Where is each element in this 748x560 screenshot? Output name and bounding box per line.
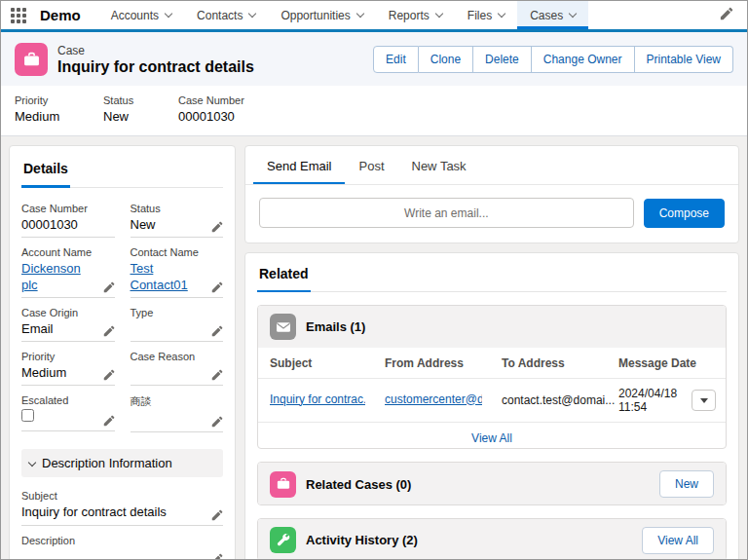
chevron-down-icon[interactable] xyxy=(165,10,172,18)
case-icon xyxy=(270,471,296,498)
field-subject: Subject Inquiry for contract details xyxy=(21,490,223,525)
nav-tab-opportunities[interactable]: Opportunities xyxy=(268,1,375,29)
related-tabstrip: Related xyxy=(257,265,727,292)
field-label: Type xyxy=(131,307,224,318)
view-all-button[interactable]: View All xyxy=(642,527,714,554)
activity-history-icon xyxy=(270,527,296,553)
chevron-down-icon[interactable] xyxy=(498,10,505,18)
field-shoudan: 商談 xyxy=(131,394,224,432)
escalated-checkbox[interactable] xyxy=(21,409,34,422)
account-link[interactable]: Dickenson plc xyxy=(21,261,81,291)
chevron-down-icon[interactable] xyxy=(435,10,443,18)
tab-new-task[interactable]: New Task xyxy=(398,146,480,184)
edit-nav-pencil-icon[interactable] xyxy=(706,7,747,24)
email-input[interactable] xyxy=(259,198,634,228)
page-title: Inquiry for contract details xyxy=(57,58,254,76)
field-label: Account Name xyxy=(21,246,115,258)
highlight-label: Status xyxy=(103,94,178,106)
publisher-card: Send Email Post New Task Compose xyxy=(244,145,739,243)
app-launcher-icon[interactable] xyxy=(1,1,36,29)
nav-tab-label: Accounts xyxy=(111,9,159,22)
tab-send-email[interactable]: Send Email xyxy=(253,146,345,184)
edit-pencil-icon[interactable] xyxy=(103,281,115,293)
field-case-number: Case Number 00001030 xyxy=(21,203,115,238)
edit-pencil-icon[interactable] xyxy=(103,415,115,427)
edit-pencil-icon[interactable] xyxy=(211,553,223,560)
publisher-tabs: Send Email Post New Task xyxy=(245,146,738,185)
section-description-information[interactable]: Description Information xyxy=(21,449,223,477)
edit-pencil-icon[interactable] xyxy=(211,416,223,428)
edit-pencil-icon[interactable] xyxy=(211,325,223,337)
related-list-title[interactable]: Activity History (2) xyxy=(306,533,418,547)
main-content: Details Case Number 00001030 Status New … xyxy=(1,136,747,560)
email-subject-link[interactable]: Inquiry for contrac... xyxy=(270,392,365,406)
nav-tab-label: Cases xyxy=(530,9,563,22)
tab-details[interactable]: Details xyxy=(21,159,70,188)
nav-tab-reports[interactable]: Reports xyxy=(376,1,455,29)
emails-related-list: Emails (1) Subject From Address To Addre… xyxy=(257,305,727,449)
highlight-priority: Priority Medium xyxy=(15,94,103,124)
column-header-to: To Address xyxy=(492,348,609,379)
right-column: Send Email Post New Task Compose Related xyxy=(244,145,739,560)
contact-link[interactable]: Test Contact01 xyxy=(131,261,188,291)
row-actions-menu-button[interactable] xyxy=(692,390,716,411)
details-field-grid: Case Number 00001030 Status New Account … xyxy=(21,203,223,441)
chevron-down-icon[interactable] xyxy=(569,10,577,18)
related-panel: Related Emails (1) Subject xyxy=(244,252,739,560)
details-tabstrip: Details xyxy=(21,159,223,188)
field-contact-name: Contact Name Test Contact01 xyxy=(131,246,224,298)
delete-button[interactable]: Delete xyxy=(473,46,532,73)
caret-down-icon xyxy=(700,398,708,403)
related-list-title[interactable]: Emails (1) xyxy=(306,319,365,334)
field-label: Status xyxy=(131,203,224,214)
new-button[interactable]: New xyxy=(659,470,714,498)
field-label: Description xyxy=(21,535,223,546)
highlight-label: Priority xyxy=(15,94,103,106)
email-from-link[interactable]: customercenter@d... xyxy=(385,392,482,406)
field-case-origin: Case Origin Email xyxy=(21,307,115,342)
chevron-down-icon[interactable] xyxy=(248,10,256,18)
related-list-title[interactable]: Related Cases (0) xyxy=(306,477,411,492)
field-label: Case Reason xyxy=(131,351,224,362)
edit-button[interactable]: Edit xyxy=(373,46,419,73)
app-name: Demo xyxy=(36,7,98,23)
column-header-subject: Subject xyxy=(258,348,375,379)
compose-button[interactable]: Compose xyxy=(644,199,725,228)
table-row: Inquiry for contrac... customercenter@d.… xyxy=(258,379,726,423)
highlight-value: Medium xyxy=(15,109,103,124)
field-description: Description xyxy=(21,535,223,560)
field-priority: Priority Medium xyxy=(21,351,115,386)
field-label: 商談 xyxy=(131,394,224,409)
field-label: Contact Name xyxy=(131,246,224,258)
column-header-date: Message Date xyxy=(609,348,726,379)
highlights-panel: Priority Medium Status New Case Number 0… xyxy=(1,86,747,135)
view-all-link[interactable]: View All xyxy=(471,431,512,445)
nav-tab-label: Opportunities xyxy=(280,9,350,22)
edit-pencil-icon[interactable] xyxy=(103,369,115,381)
field-value: New xyxy=(131,217,208,233)
tab-post[interactable]: Post xyxy=(345,146,397,184)
chevron-down-icon[interactable] xyxy=(356,10,364,18)
tab-related[interactable]: Related xyxy=(257,265,311,292)
nav-tab-files[interactable]: Files xyxy=(455,1,517,29)
activity-history-list: Activity History (2) View All xyxy=(257,518,727,560)
field-type: Type xyxy=(131,307,224,342)
nav-tab-accounts[interactable]: Accounts xyxy=(98,1,184,29)
printable-view-button[interactable]: Printable View xyxy=(635,46,734,73)
app-window: Demo Accounts Contacts Opportunities Rep… xyxy=(0,0,748,560)
edit-pencil-icon[interactable] xyxy=(211,369,223,381)
nav-tab-cases[interactable]: Cases xyxy=(517,1,588,29)
highlight-status: Status New xyxy=(103,94,178,124)
highlight-value: 00001030 xyxy=(178,109,244,124)
field-value: 00001030 xyxy=(21,217,115,233)
edit-pencil-icon[interactable] xyxy=(103,325,115,337)
field-value: Email xyxy=(21,321,99,337)
nav-tab-contacts[interactable]: Contacts xyxy=(184,1,268,29)
clone-button[interactable]: Clone xyxy=(419,46,473,73)
edit-pencil-icon[interactable] xyxy=(211,281,223,293)
entity-label: Case xyxy=(57,44,254,57)
edit-pencil-icon[interactable] xyxy=(211,509,223,521)
field-value: Medium xyxy=(21,365,99,381)
edit-pencil-icon[interactable] xyxy=(211,221,223,233)
change-owner-button[interactable]: Change Owner xyxy=(532,46,635,73)
